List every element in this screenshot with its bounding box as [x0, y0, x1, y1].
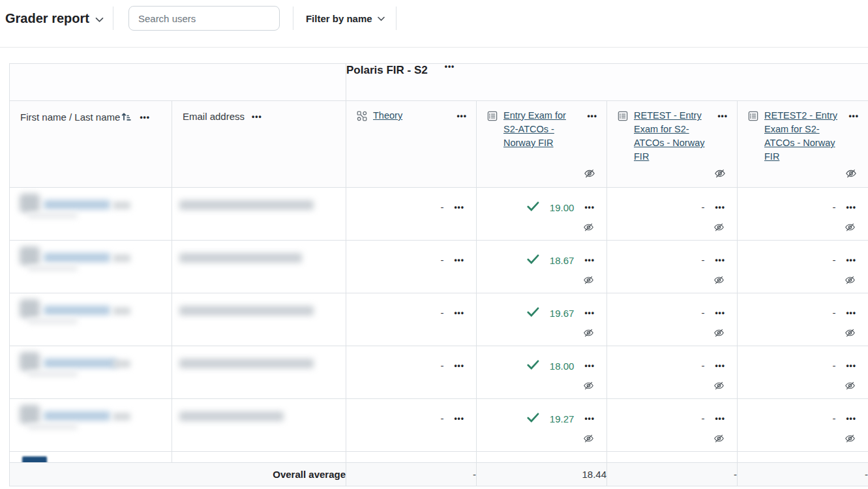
grade-menu-button[interactable]: •••: [846, 256, 856, 264]
chevron-down-icon[interactable]: [95, 14, 104, 25]
grade-cell-theory: - •••: [346, 293, 477, 346]
hidden-eye-slash-icon: [583, 327, 594, 340]
student-name-blur-artifact: [28, 424, 78, 430]
grade-menu-button[interactable]: •••: [846, 203, 856, 211]
grade-menu-button[interactable]: •••: [715, 309, 725, 317]
grade-value: -: [832, 413, 835, 424]
column-link-retest2[interactable]: RETEST2 - Entry Exam for S2-ATCOs - Norw…: [764, 109, 837, 164]
column-link-entry-exam[interactable]: Entry Exam for S2-ATCOs - Norway FIR: [503, 109, 576, 150]
quiz-icon: [748, 111, 758, 123]
hidden-eye-slash-icon: [713, 380, 725, 393]
grade-cell-entry-exam: 19.27 •••: [477, 399, 607, 452]
hidden-eye-slash-icon: [583, 380, 594, 393]
grade-menu-button[interactable]: •••: [584, 309, 595, 317]
student-name-link-blurred[interactable]: [44, 306, 110, 315]
student-name-link-blurred[interactable]: [44, 253, 110, 262]
grade-value: -: [701, 413, 704, 424]
student-email-blurred: [179, 200, 314, 210]
grade-value: -: [832, 307, 835, 318]
grade-value: -: [832, 254, 835, 265]
grade-value: -: [701, 307, 704, 318]
grade-value: -: [440, 254, 443, 265]
hidden-eye-slash-icon: [583, 274, 594, 288]
hidden-eye-slash-icon: [845, 380, 856, 393]
report-toolbar: Grader report Filter by name: [0, 0, 868, 37]
grade-menu-button[interactable]: •••: [584, 256, 595, 264]
avatar[interactable]: [20, 352, 40, 371]
grade-menu-button[interactable]: •••: [454, 309, 464, 317]
column-link-retest[interactable]: RETEST - Entry Exam for S2-ATCOs - Norwa…: [634, 109, 707, 164]
grade-menu-button[interactable]: •••: [846, 309, 856, 317]
retest-column-menu-button[interactable]: •••: [717, 112, 728, 120]
grade-menu-button[interactable]: •••: [584, 362, 595, 370]
grade-menu-button[interactable]: •••: [584, 415, 595, 422]
hidden-eye-slash-icon: [845, 433, 856, 446]
student-name-link-blurred[interactable]: [22, 456, 47, 463]
grade-menu-button[interactable]: •••: [715, 203, 725, 211]
grade-cell-retest: - •••: [607, 241, 738, 293]
student-name-link-blurred[interactable]: [44, 411, 110, 421]
student-name-link-blurred[interactable]: [44, 359, 117, 368]
grade-cell-retest2: - •••: [738, 188, 868, 241]
entry-exam-column-menu-button[interactable]: •••: [587, 112, 597, 120]
grade-cell-theory: - •••: [346, 346, 477, 399]
student-name-suffix-blurred: [113, 307, 130, 315]
grade-menu-button[interactable]: •••: [454, 362, 464, 370]
category-menu-button[interactable]: •••: [445, 63, 455, 70]
grade-value: 18.67: [550, 255, 575, 266]
column-header-row: First name / Last name ••• Email address…: [10, 101, 868, 188]
avatar[interactable]: [20, 194, 40, 213]
student-row: - ••• 19.67 ••• - •••: [10, 293, 868, 346]
grade-menu-button[interactable]: •••: [715, 415, 725, 422]
grade-value: -: [701, 254, 704, 265]
category-empty-cell: [10, 64, 346, 101]
grade-cell-theory: - •••: [346, 241, 477, 293]
page-divider: [0, 47, 868, 48]
student-row: - ••• 18.67 ••• - •••: [10, 241, 868, 293]
grade-menu-button[interactable]: •••: [715, 256, 725, 264]
category-header-row: Polaris FIR - S2 •••: [10, 64, 868, 101]
pass-check-icon: [527, 413, 539, 424]
grade-cell-retest: - •••: [607, 346, 738, 399]
grade-menu-button[interactable]: •••: [454, 203, 464, 211]
grade-menu-button[interactable]: •••: [454, 415, 464, 422]
student-name-cell: [10, 188, 172, 241]
category-header-cell: Polaris FIR - S2 •••: [346, 64, 868, 101]
grade-value: -: [832, 360, 835, 371]
hidden-eye-slash-icon: [713, 327, 725, 340]
pass-check-icon: [527, 307, 539, 319]
avatar[interactable]: [20, 405, 40, 424]
student-email-blurred: [179, 359, 314, 368]
retest2-column-menu-button[interactable]: •••: [848, 112, 859, 120]
email-column-menu-button[interactable]: •••: [252, 113, 262, 121]
grade-cell-theory: - •••: [346, 188, 477, 241]
column-link-theory[interactable]: Theory: [373, 109, 446, 123]
grade-menu-button[interactable]: •••: [715, 362, 725, 370]
theory-column-menu-button[interactable]: •••: [456, 112, 467, 120]
name-column-menu-button[interactable]: •••: [140, 113, 150, 121]
quiz-icon: [487, 111, 498, 123]
hidden-eye-slash-icon: [845, 222, 856, 235]
student-name-cell: [10, 399, 172, 452]
grade-menu-button[interactable]: •••: [846, 362, 856, 370]
grade-menu-button[interactable]: •••: [454, 256, 464, 264]
student-name-suffix-blurred: [113, 413, 130, 421]
avatar[interactable]: [20, 246, 40, 265]
grade-menu-button[interactable]: •••: [584, 203, 595, 211]
grade-cell-retest2: - •••: [738, 241, 868, 293]
name-header-cell: First name / Last name •••: [10, 101, 172, 188]
pass-check-icon: [527, 254, 539, 266]
page-title[interactable]: Grader report: [5, 11, 89, 26]
sort-ascending-icon[interactable]: [121, 111, 132, 124]
student-email-cell: [172, 346, 346, 399]
grade-value: -: [701, 201, 704, 213]
chevron-down-icon: [378, 16, 385, 22]
student-name-blur-artifact: [28, 213, 78, 218]
filter-by-name-button[interactable]: Filter by name: [306, 7, 385, 31]
hidden-eye-slash-icon: [583, 222, 594, 235]
avatar[interactable]: [20, 299, 40, 318]
search-input[interactable]: [128, 6, 280, 31]
hidden-eye-slash-icon: [713, 433, 725, 446]
student-name-link-blurred[interactable]: [44, 200, 110, 209]
grade-menu-button[interactable]: •••: [846, 415, 856, 422]
